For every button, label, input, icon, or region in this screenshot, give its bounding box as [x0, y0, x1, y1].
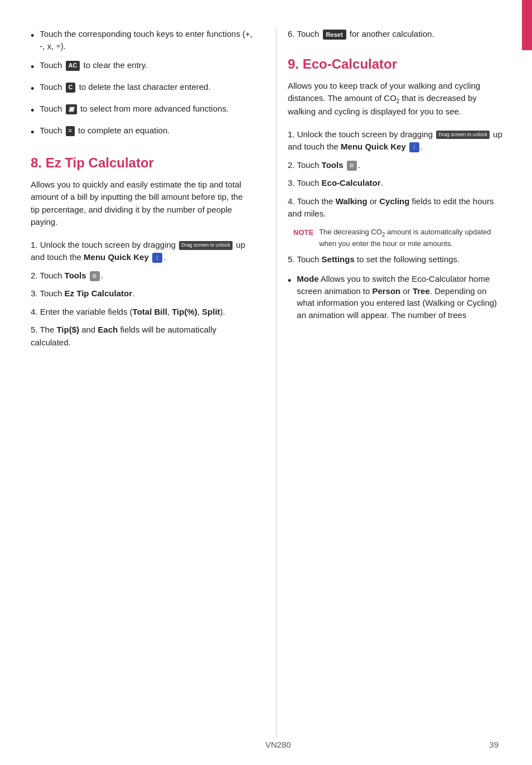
- list-item: • Touch AC to clear the entry.: [31, 59, 254, 74]
- list-item: • Touch C to delete the last character e…: [31, 81, 254, 96]
- c-badge: C: [66, 83, 76, 93]
- left-column: • Touch the corresponding touch keys to …: [31, 28, 270, 737]
- step-num: 5.: [288, 254, 297, 264]
- list-item: 1. Unlock the touch screen by dragging D…: [288, 128, 504, 153]
- footer: VN280 39: [0, 740, 532, 749]
- step-num: 2.: [31, 271, 40, 280]
- step-num: 3.: [31, 288, 40, 298]
- list-item: • Mode Allows you to switch the Eco-Calc…: [288, 273, 504, 321]
- section9-body: Allows you to keep track of your walking…: [288, 80, 504, 118]
- note-block: NOTE The decreasing CO2 amount is automa…: [293, 227, 504, 249]
- item-text: Touch the corresponding touch keys to en…: [40, 28, 254, 52]
- tree-label: Tree: [413, 286, 430, 296]
- list-item: 3. Touch Ez Tip Calculator.: [31, 287, 254, 300]
- tools-label: Tools: [322, 160, 344, 170]
- mode-label: Mode: [297, 274, 318, 283]
- note-label: NOTE: [293, 228, 313, 249]
- content-area: • Touch the corresponding touch keys to …: [0, 0, 532, 765]
- menu-quick-key-label: Menu Quick Key: [341, 142, 406, 151]
- ez-tip-calc-label: Ez Tip Calculator: [65, 288, 132, 298]
- bullet-icon: •: [31, 125, 34, 139]
- step-num: 5.: [31, 325, 40, 334]
- section8-title: 8. Ez Tip Calculator: [31, 155, 254, 171]
- section8-body: Allows you to quickly and easily estimat…: [31, 179, 254, 229]
- section9-steps: 1. Unlock the touch screen by dragging D…: [288, 128, 504, 220]
- bullet-list-top: • Touch the corresponding touch keys to …: [31, 28, 254, 139]
- section9-bullets: • Mode Allows you to switch the Eco-Calc…: [288, 273, 504, 321]
- menu-quick-key-icon: ⁝: [152, 253, 162, 263]
- item-text: Touch ▣ to select from more advanced fun…: [40, 103, 229, 115]
- drag-screen-badge: Drag screen to unlock: [179, 241, 233, 250]
- cycling-label: Cycling: [379, 196, 409, 206]
- walking-label: Walking: [336, 196, 367, 206]
- each-label: Each: [98, 325, 118, 334]
- pink-tab: [522, 0, 532, 50]
- bullet-icon: •: [31, 60, 34, 74]
- menu-quick-key-label: Menu Quick Key: [84, 252, 149, 262]
- item-text: Touch C to delete the last character ent…: [40, 81, 210, 93]
- list-item: 3. Touch Eco-Calculator.: [288, 177, 504, 190]
- section9-title: 9. Eco-Calculator: [288, 56, 504, 72]
- bullet-icon: •: [31, 103, 34, 118]
- step-num: 4.: [288, 196, 297, 206]
- step-num: 1.: [31, 240, 40, 249]
- eco-calc-label: Eco-Calculator: [322, 178, 381, 187]
- tools-label: Tools: [65, 271, 86, 280]
- step6-reset: 6. Touch Reset for another calculation.: [288, 28, 504, 41]
- right-column: 6. Touch Reset for another calculation. …: [282, 28, 504, 737]
- tip-pct-label: Tip(%): [172, 307, 197, 316]
- footer-model: VN280: [0, 740, 489, 749]
- list-item: • Touch ▣ to select from more advanced f…: [31, 103, 254, 118]
- total-bill-label: Total Bill: [133, 307, 167, 316]
- item-text: Mode Allows you to switch the Eco-Calcul…: [297, 273, 504, 321]
- menu-quick-key-icon: ⁝: [409, 142, 419, 152]
- list-item: 1. Unlock the touch screen by dragging D…: [31, 239, 254, 264]
- bullet-icon: •: [31, 28, 34, 43]
- reset-badge: Reset: [323, 30, 346, 40]
- tools-icon: ⚙: [90, 271, 100, 281]
- split-label: Split: [202, 307, 220, 316]
- bullet-icon: •: [288, 273, 291, 288]
- eq-badge: =: [66, 126, 75, 136]
- tools-icon: ⚙: [347, 161, 357, 171]
- footer-page: 39: [489, 740, 532, 749]
- list-item: 2. Touch Tools ⚙.: [31, 270, 254, 282]
- settings-label: Settings: [322, 254, 355, 264]
- item-text: Touch = to complete an equation.: [40, 124, 170, 137]
- fn-badge: ▣: [66, 104, 77, 114]
- section8-steps: 1. Unlock the touch screen by dragging D…: [31, 239, 254, 349]
- page: • Touch the corresponding touch keys to …: [0, 0, 532, 765]
- list-item: • Touch = to complete an equation.: [31, 124, 254, 139]
- step-num: 1.: [288, 129, 297, 139]
- item-text: Touch AC to clear the entry.: [40, 59, 147, 71]
- list-item: 4. Enter the variable fields (Total Bill…: [31, 306, 254, 319]
- list-item: 4. Touch the Walking or Cycling fields t…: [288, 195, 504, 220]
- drag-screen-badge: Drag screen to unlock: [436, 131, 490, 139]
- person-label: Person: [372, 286, 400, 296]
- section9-steps2: 5. Touch Settings to set the following s…: [288, 253, 504, 266]
- tip-dollar-label: Tip($): [56, 325, 79, 334]
- step-num: 4.: [31, 307, 40, 316]
- list-item: • Touch the corresponding touch keys to …: [31, 28, 254, 52]
- column-divider: [276, 28, 277, 737]
- list-item: 5. Touch Settings to set the following s…: [288, 253, 504, 266]
- note-text: The decreasing CO2 amount is automatical…: [319, 227, 504, 249]
- ac-badge: AC: [66, 61, 80, 71]
- step-num: 3.: [288, 178, 297, 187]
- bullet-icon: •: [31, 81, 34, 96]
- list-item: 5. The Tip($) and Each fields will be au…: [31, 324, 254, 349]
- step-num: 2.: [288, 160, 297, 170]
- list-item: 2. Touch Tools ⚙.: [288, 159, 504, 172]
